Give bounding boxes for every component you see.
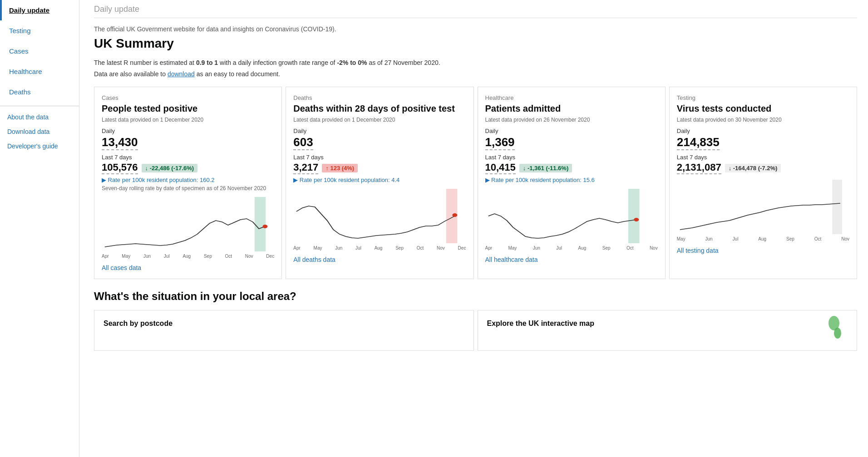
card-seven-row-healthcare: 10,415 ↓ -1,361 (-11.6%) <box>485 162 658 174</box>
interactive-map-title: Explore the UK interactive map <box>487 319 848 328</box>
all-data-link-deaths[interactable]: All deaths data <box>293 256 466 263</box>
interactive-map-card: Explore the UK interactive map <box>478 310 858 351</box>
card-seven-value-cases: 105,576 <box>102 162 138 174</box>
page-header: Daily update <box>94 0 857 18</box>
card-daily-label-testing: Daily <box>677 128 849 134</box>
card-category-healthcare: Healthcare <box>485 94 658 101</box>
chart-month-label: May <box>677 236 686 241</box>
card-title-cases: People tested positive <box>102 103 274 114</box>
card-seven-row-cases: 105,576 ↓ -22,486 (-17.6%) <box>102 162 274 174</box>
card-seven-row-deaths: 3,217 ↑ 123 (4%) <box>293 162 466 174</box>
card-category-cases: Cases <box>102 94 274 101</box>
chart-month-label: May <box>122 254 130 259</box>
svg-point-8 <box>834 328 841 339</box>
sidebar-item-daily-update[interactable]: Daily update <box>0 0 79 20</box>
card-daily-label-cases: Daily <box>102 128 274 134</box>
card-deaths: Deaths Deaths within 28 days of positive… <box>286 87 473 279</box>
chart-month-label: Aug <box>578 246 587 251</box>
sidebar-secondary-about-data[interactable]: About the data <box>0 110 79 124</box>
sidebar-secondary-developers-guide[interactable]: Developer's guide <box>0 139 79 153</box>
card-daily-value-healthcare: 1,369 <box>485 135 515 150</box>
download-link[interactable]: download <box>168 70 195 78</box>
chart-month-label: Sep <box>204 254 212 259</box>
card-date-cases: Latest data provided on 1 December 2020 <box>102 117 274 123</box>
card-daily-label-deaths: Daily <box>293 128 466 134</box>
card-category-deaths: Deaths <box>293 94 466 101</box>
chart-area-healthcare: AprMayJunJulAugSepOctNov <box>485 189 658 252</box>
card-seven-label-healthcare: Last 7 days <box>485 154 658 161</box>
chart-month-label: Jul <box>733 236 739 241</box>
chart-month-label: Nov <box>650 246 658 251</box>
sidebar-item-deaths[interactable]: Deaths <box>0 82 79 102</box>
download-text-before: Data are also available to <box>94 70 168 78</box>
chart-labels-deaths: AprMayJunJulAugSepOctNovDec <box>293 246 466 251</box>
r-number-value-1: 0.9 to 1 <box>196 59 218 66</box>
sidebar-item-cases[interactable]: Cases <box>0 41 79 61</box>
r-number-text-3: as of 27 November 2020. <box>367 59 440 66</box>
card-date-healthcare: Latest data provided on 26 November 2020 <box>485 117 658 123</box>
chart-month-label: Apr <box>102 254 109 259</box>
chart-area-deaths: AprMayJunJulAugSepOctNovDec <box>293 189 466 252</box>
rate-link-healthcare[interactable]: ▶ Rate per 100k resident population: 15.… <box>485 177 595 183</box>
chart-month-label: Dec <box>458 246 466 251</box>
r-number-paragraph: The latest R number is estimated at 0.9 … <box>94 58 857 68</box>
r-number-text-2: with a daily infection growth rate range… <box>218 59 337 66</box>
card-daily-label-healthcare: Daily <box>485 128 658 134</box>
rate-note-cases: Seven-day rolling rate by date of specim… <box>102 185 274 192</box>
chart-month-label: Apr <box>485 246 493 251</box>
card-seven-value-healthcare: 10,415 <box>485 162 516 174</box>
page-title: UK Summary <box>94 36 857 51</box>
sidebar: Daily updateTestingCasesHealthcareDeaths… <box>0 0 79 457</box>
chart-month-label: Nov <box>245 254 253 259</box>
chart-month-label: Nov <box>841 236 849 241</box>
card-seven-value-testing: 2,131,087 <box>677 162 721 174</box>
sidebar-item-testing[interactable]: Testing <box>0 20 79 41</box>
card-date-deaths: Latest data provided on 1 December 2020 <box>293 117 466 123</box>
sidebar-secondary: About the dataDownload dataDeveloper's g… <box>0 110 79 153</box>
rate-link-cases[interactable]: ▶ Rate per 100k resident population: 160… <box>102 177 215 183</box>
all-data-link-testing[interactable]: All testing data <box>677 247 849 254</box>
summary-cards-row: Cases People tested positive Latest data… <box>94 87 857 279</box>
sidebar-item-healthcare[interactable]: Healthcare <box>0 61 79 82</box>
chart-month-label: Oct <box>814 236 822 241</box>
chart-month-label: Aug <box>758 236 766 241</box>
download-paragraph: Data are also available to download as a… <box>94 70 857 78</box>
chart-svg-deaths <box>293 189 466 243</box>
chart-month-label: Jul <box>556 246 562 251</box>
chart-month-label: Jun <box>143 254 151 259</box>
chart-area-cases: AprMayJunJulAugSepOctNovDec <box>102 197 274 260</box>
card-title-healthcare: Patients admitted <box>485 103 658 114</box>
card-date-testing: Latest data provided on 30 November 2020 <box>677 117 849 123</box>
chart-month-label: Jul <box>355 246 361 251</box>
chart-month-label: May <box>508 246 517 251</box>
chart-month-label: Sep <box>786 236 794 241</box>
card-title-deaths: Deaths within 28 days of positive test <box>293 103 466 114</box>
card-badge-testing: ↓ -164,478 (-7.2%) <box>725 164 781 172</box>
rate-link-deaths[interactable]: ▶ Rate per 100k resident population: 4.4 <box>293 177 399 183</box>
svg-rect-0 <box>255 197 266 251</box>
chart-labels-testing: MayJunJulAugSepOctNov <box>677 236 849 241</box>
card-seven-label-deaths: Last 7 days <box>293 154 466 161</box>
chart-labels-cases: AprMayJunJulAugSepOctNovDec <box>102 254 274 259</box>
download-text-after: as an easy to read document. <box>195 70 280 78</box>
chart-month-label: Apr <box>293 246 301 251</box>
all-data-link-healthcare[interactable]: All healthcare data <box>485 256 658 263</box>
card-badge-healthcare: ↓ -1,361 (-11.6%) <box>519 164 572 172</box>
card-daily-value-testing: 214,835 <box>677 135 720 150</box>
chart-month-label: Oct <box>417 246 424 251</box>
card-badge-cases: ↓ -22,486 (-17.6%) <box>142 164 198 172</box>
chart-month-label: Aug <box>375 246 383 251</box>
chart-month-label: Sep <box>395 246 404 251</box>
svg-point-1 <box>262 225 267 228</box>
chart-svg-healthcare <box>485 189 658 243</box>
all-data-link-cases[interactable]: All cases data <box>102 264 274 271</box>
sidebar-secondary-download-data[interactable]: Download data <box>0 124 79 139</box>
card-daily-value-cases: 13,430 <box>102 135 138 150</box>
chart-month-label: Jun <box>335 246 342 251</box>
card-seven-label-testing: Last 7 days <box>677 154 849 161</box>
chart-month-label: Oct <box>225 254 232 259</box>
chart-month-label: Nov <box>437 246 445 251</box>
card-daily-value-deaths: 603 <box>293 135 313 150</box>
sidebar-nav: Daily updateTestingCasesHealthcareDeaths <box>0 0 79 102</box>
chart-month-label: Jul <box>164 254 170 259</box>
